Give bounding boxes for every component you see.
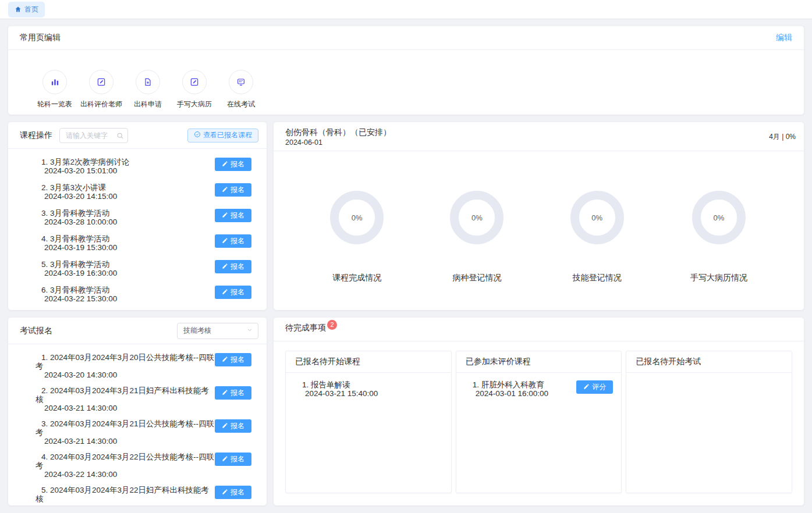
register-button[interactable]: 报名 xyxy=(215,158,251,171)
donut-label: 病种登记情况 xyxy=(452,273,501,283)
quick-access-items: 轮科一览表 出科评价老师 出科申请 手写大病历 xyxy=(8,50,804,109)
register-button[interactable]: 报名 xyxy=(215,234,251,248)
course-name: 4. 3月骨科教学活动 xyxy=(36,234,117,243)
quick-item[interactable]: 轮科一览表 xyxy=(31,70,78,109)
quick-item[interactable]: 手写大病历 xyxy=(171,70,218,109)
quick-item[interactable]: 在线考试 xyxy=(218,70,264,109)
tab-home[interactable]: 首页 xyxy=(8,2,45,17)
course-operations-card: 课程操作 查看已报名课程 xyxy=(8,122,267,310)
todo-item-datetime: 2024-03-21 15:40:00 xyxy=(296,389,378,398)
quick-item[interactable]: 出科评价老师 xyxy=(78,70,125,109)
course-name: 2. 3月第3次小讲课 xyxy=(36,183,117,192)
exam-panel-title: 考试报名 xyxy=(20,326,52,336)
quick-access-title: 常用页编辑 xyxy=(20,33,61,43)
pencil-icon xyxy=(222,161,228,169)
exam-list-item: 1. 2024年03月2024年3月20日公共技能考核--四联考 2024-03… xyxy=(36,353,251,379)
exam-type-select[interactable]: 技能考核 xyxy=(177,323,258,339)
todo-title: 待完成事项 xyxy=(285,323,326,333)
donut-ring: 0% xyxy=(692,191,746,244)
edit-link[interactable]: 编辑 xyxy=(776,33,792,43)
todo-card: 待完成事项 2 已报名待开始课程 1. 报告单解读 2024-03-21 15:… xyxy=(274,318,804,505)
donut-percent: 0% xyxy=(713,213,724,222)
pencil-icon xyxy=(222,389,228,397)
todo-column-registered-courses: 已报名待开始课程 1. 报告单解读 2024-03-21 15:40:00 xyxy=(285,351,452,493)
exam-type-selected-value: 技能考核 xyxy=(183,326,211,336)
register-button[interactable]: 报名 xyxy=(215,386,251,400)
course-name: 5. 3月骨科教学活动 xyxy=(36,260,117,269)
pencil-icon xyxy=(583,383,590,391)
quick-item-label: 手写大病历 xyxy=(177,99,212,109)
chevron-down-icon xyxy=(246,326,253,335)
exam-list-item: 3. 2024年03月2024年3月21日公共技能考核--四联考 2024-03… xyxy=(36,419,251,446)
todo-list-item: 1. 报告单解读 2024-03-21 15:40:00 xyxy=(296,380,443,398)
exam-datetime: 2024-03-21 14:30:00 xyxy=(36,404,215,412)
register-button[interactable]: 报名 xyxy=(215,486,251,499)
course-name: 6. 3月骨科教学活动 xyxy=(36,286,117,294)
exam-list: 1. 2024年03月2024年3月20日公共技能考核--四联考 2024-03… xyxy=(8,344,267,505)
donut-chart: 0% 技能登记情况 xyxy=(570,191,624,283)
todo-column-title: 已报名待开始考试 xyxy=(626,351,792,373)
quick-item-icon xyxy=(229,70,253,94)
circle-check-icon xyxy=(194,131,201,140)
pencil-icon xyxy=(222,288,228,297)
register-button[interactable]: 报名 xyxy=(215,419,251,433)
register-button[interactable]: 报名 xyxy=(215,353,251,366)
register-button[interactable]: 报名 xyxy=(215,209,251,222)
exam-name: 1. 2024年03月2024年3月20日公共技能考核--四联考 xyxy=(36,353,215,370)
donut-percent: 0% xyxy=(471,213,483,222)
quick-item-icon xyxy=(42,70,67,94)
exam-name: 5. 2024年03月2024年3月22日妇产科出科技能考核 xyxy=(36,486,215,503)
todo-column-registered-exams: 已报名待开始考试 xyxy=(626,351,792,493)
exam-registration-card: 考试报名 技能考核 1. 2024年03月2024年3月20日公共技能考核--四… xyxy=(8,318,267,505)
score-button[interactable]: 评分 xyxy=(576,380,613,394)
course-datetime: 2024-03-28 10:00:00 xyxy=(36,218,117,226)
tab-bar: 首页 xyxy=(0,0,812,19)
donut-label: 技能登记情况 xyxy=(573,273,622,283)
exam-datetime: 2024-03-20 14:30:00 xyxy=(36,370,215,379)
todo-count-badge: 2 xyxy=(327,320,337,330)
quick-item-icon xyxy=(136,70,160,94)
donut-charts: 0% 课程完成情况 0% 病种登记情况 0% xyxy=(274,151,804,283)
exam-list-item: 2. 2024年03月2024年3月21日妇产科出科技能考核 2024-03-2… xyxy=(36,386,251,412)
todo-column-title: 已报名待开始课程 xyxy=(286,351,451,373)
pencil-icon xyxy=(222,455,228,464)
view-registered-courses-button[interactable]: 查看已报名课程 xyxy=(187,129,258,142)
course-datetime: 2024-03-19 15:30:00 xyxy=(36,243,117,252)
quick-access-card: 常用页编辑 编辑 轮科一览表 出科评价老师 出科申请 xyxy=(8,26,804,115)
pencil-icon xyxy=(222,422,228,430)
todo-item-datetime: 2024-03-01 16:00:00 xyxy=(467,389,548,398)
course-list-item: 4. 3月骨科教学活动 2024-03-19 15:30:00 报名 xyxy=(36,234,251,252)
todo-item-name: 1. 报告单解读 xyxy=(296,380,378,389)
donut-percent: 0% xyxy=(352,213,363,222)
pencil-icon xyxy=(222,489,228,497)
register-button[interactable]: 报名 xyxy=(215,260,251,273)
pencil-icon xyxy=(222,263,228,271)
course-list-item: 3. 3月骨科教学活动 2024-03-28 10:00:00 报名 xyxy=(36,209,251,226)
course-datetime: 2024-03-22 15:30:00 xyxy=(36,294,117,303)
course-name: 1. 3月第2次教学病例讨论 xyxy=(36,158,130,166)
rotation-period-stat: 4月 | 0% xyxy=(769,132,796,142)
exam-datetime: 2024-03-21 14:30:00 xyxy=(36,437,215,446)
home-icon xyxy=(15,6,22,13)
search-icon xyxy=(116,131,124,142)
pencil-icon xyxy=(222,356,228,364)
course-list-item: 1. 3月第2次教学病例讨论 2024-03-20 15:01:00 报名 xyxy=(36,158,251,175)
exam-name: 2. 2024年03月2024年3月21日妇产科出科技能考核 xyxy=(36,386,215,404)
register-button[interactable]: 报名 xyxy=(215,453,251,466)
quick-item[interactable]: 出科申请 xyxy=(125,70,171,109)
register-button[interactable]: 报名 xyxy=(215,286,251,299)
todo-list-item: 1. 肝脏外科入科教育 2024-03-01 16:00:00 评分 xyxy=(467,380,614,398)
rotation-title: 创伤骨科（骨科）（已安排） xyxy=(285,127,391,138)
pencil-icon xyxy=(222,212,228,220)
exam-name: 3. 2024年03月2024年3月21日公共技能考核--四联考 xyxy=(36,419,215,437)
course-datetime: 2024-03-20 15:01:00 xyxy=(36,166,130,175)
donut-chart: 0% 病种登记情况 xyxy=(450,191,503,283)
course-list-item: 5. 3月骨科教学活动 2024-03-19 16:30:00 报名 xyxy=(36,260,251,277)
course-list: 1. 3月第2次教学病例讨论 2024-03-20 15:01:00 报名 xyxy=(8,149,267,310)
register-button[interactable]: 报名 xyxy=(215,183,251,197)
pencil-icon xyxy=(222,237,228,245)
quick-item-label: 在线考试 xyxy=(227,99,255,109)
rotation-date: 2024-06-01 xyxy=(285,138,391,147)
todo-column-unrated-courses: 已参加未评价课程 1. 肝脏外科入科教育 2024-03-01 16:00:00 xyxy=(456,351,622,493)
donut-ring: 0% xyxy=(330,191,384,244)
